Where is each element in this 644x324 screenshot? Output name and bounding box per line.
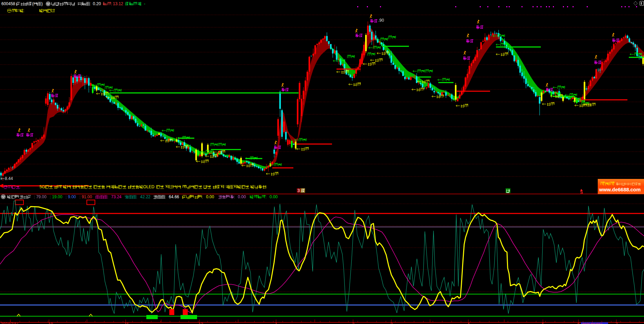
svg-text:2024/7/1/: 2024/7/1/	[1, 322, 18, 324]
svg-text::: :	[165, 194, 166, 199]
svg-text:: 91.00: : 91.00	[79, 194, 92, 199]
svg-text::: :	[202, 194, 203, 199]
svg-text:OLED: OLED	[143, 184, 155, 189]
svg-text:11: 11	[125, 322, 129, 324]
svg-text:600458: 600458	[1, 1, 15, 6]
svg-text:0.00: 0.00	[270, 194, 278, 199]
svg-text:(: (	[32, 1, 33, 6]
svg-text::: :	[265, 194, 266, 199]
svg-text:0.00: 0.00	[206, 194, 214, 199]
svg-text::: :	[234, 194, 235, 199]
svg-text:.90: .90	[378, 18, 384, 23]
svg-text:42.22: 42.22	[140, 194, 150, 199]
svg-text:3: 3	[297, 188, 300, 193]
svg-text::: :	[107, 194, 108, 199]
svg-text:5: 5	[542, 322, 544, 324]
svg-text:0.00: 0.00	[238, 194, 246, 199]
svg-text::: :	[136, 194, 137, 199]
svg-text:8.44: 8.44	[5, 176, 13, 181]
svg-text:: 79.00: : 79.00	[34, 194, 47, 199]
svg-text:3: 3	[390, 322, 393, 324]
svg-text:12: 12	[198, 322, 203, 324]
svg-text::: :	[23, 8, 24, 13]
svg-text:0.20: 0.20	[93, 1, 101, 6]
svg-text:10: 10	[48, 322, 53, 324]
svg-text:73.24: 73.24	[111, 194, 121, 199]
svg-text:7: 7	[615, 322, 618, 324]
svg-text:2025/06/05/: 2025/06/05/	[582, 322, 602, 324]
svg-text:2: 2	[352, 322, 354, 324]
svg-text:): )	[41, 1, 43, 6]
svg-text:-: -	[144, 1, 145, 6]
svg-text::: :	[141, 1, 142, 6]
svg-text::: :	[111, 1, 112, 6]
svg-text:: 9.00: : 9.00	[66, 194, 76, 199]
svg-text:13.12: 13.12	[113, 1, 123, 6]
svg-text:6: 6	[577, 322, 580, 324]
svg-text:1: 1	[275, 322, 277, 324]
svg-text::: :	[19, 184, 20, 189]
svg-text:64.66: 64.66	[169, 194, 179, 199]
svg-text::: :	[90, 1, 91, 6]
svg-text:4: 4	[467, 322, 470, 324]
svg-text:: 19.00: : 19.00	[50, 194, 62, 199]
svg-text:www.de6688.com: www.de6688.com	[599, 187, 641, 192]
svg-text:5G: 5G	[40, 184, 45, 189]
